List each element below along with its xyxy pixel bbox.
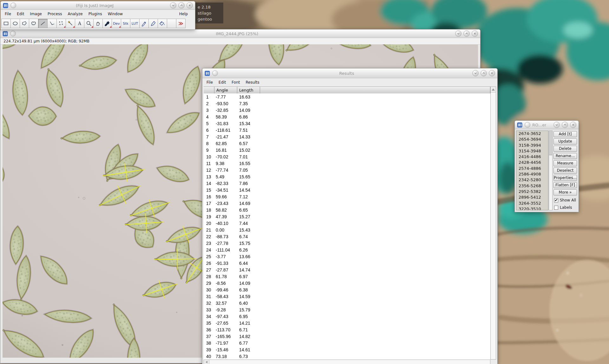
results-row-16[interactable]: 1659.667.12: [204, 193, 490, 200]
point-tool[interactable]: [56, 19, 66, 28]
menu-plugins[interactable]: Plugins: [86, 11, 105, 17]
results-horizontal-scrollbar[interactable]: [204, 360, 490, 364]
roi-titlebar[interactable]: RO...er: [515, 121, 579, 129]
results-row-10[interactable]: 10-70.027.01: [204, 153, 490, 160]
roi-list-item-13[interactable]: 3264-3552: [516, 201, 548, 206]
roi-list-item-11[interactable]: 2952-5382: [516, 189, 548, 195]
scrollbar-thumb[interactable]: [549, 131, 552, 155]
results-row-29[interactable]: 29-8.5614.09: [204, 280, 490, 286]
empty-tool-slot[interactable]: [167, 19, 176, 28]
close-button[interactable]: [187, 2, 193, 9]
results-row-4[interactable]: 458.396.86: [204, 113, 490, 120]
rectangle-tool[interactable]: [1, 19, 11, 28]
checkbox-box[interactable]: [554, 206, 558, 210]
fill-tool[interactable]: [158, 19, 167, 28]
dropper-tool[interactable]: [102, 19, 112, 28]
maximize-button[interactable]: [481, 70, 487, 76]
close-button[interactable]: [570, 122, 576, 128]
properties-button[interactable]: Properties...: [553, 175, 577, 181]
results-row-14[interactable]: 14-82.337.86: [204, 180, 490, 187]
shade-button[interactable]: [170, 2, 176, 9]
results-row-15[interactable]: 15-34.5114.54: [204, 187, 490, 193]
results-row-2[interactable]: 2-93.507.35: [204, 100, 490, 107]
roi-list-item-10[interactable]: 2356-5268: [516, 183, 548, 189]
roi-list-item-4[interactable]: 3154-3948: [516, 148, 548, 154]
results-row-27[interactable]: 27-27.8714.74: [204, 266, 490, 273]
roi-list-item-14[interactable]: 3220-3510: [516, 206, 548, 210]
results-row-5[interactable]: 5-31.8315.34: [204, 120, 490, 127]
results-titlebar[interactable]: Results: [202, 68, 497, 78]
brush-tool[interactable]: [148, 19, 158, 28]
delete-button[interactable]: Delete: [553, 146, 577, 152]
labels-checkbox[interactable]: Labels: [554, 205, 572, 210]
results-row-3[interactable]: 3-32.8514.09: [204, 107, 490, 113]
maximize-button[interactable]: [562, 122, 568, 128]
zoom-tool[interactable]: [84, 19, 94, 28]
results-row-32[interactable]: 3232.576.40: [204, 300, 490, 306]
stack-tool[interactable]: Stk: [121, 19, 130, 28]
results-row-22[interactable]: 22-88.736.74: [204, 233, 490, 240]
angle-column-header[interactable]: Angle: [214, 87, 237, 94]
results-row-11[interactable]: 119.3816.55: [204, 160, 490, 167]
results-row-6[interactable]: 6-118.617.51: [204, 127, 490, 133]
results-row-39[interactable]: 39-15.4614.61: [204, 346, 490, 353]
roi-list-scrollbar[interactable]: [549, 131, 553, 210]
more-button[interactable]: More »: [553, 189, 577, 195]
measure-button[interactable]: Measure: [553, 160, 577, 166]
results-row-37[interactable]: 37-165.9614.82: [204, 333, 490, 340]
roi-list-item-1[interactable]: 2674-3652: [516, 131, 548, 137]
results-row-34[interactable]: 34-97.436.95: [204, 313, 490, 320]
results-menu-font[interactable]: Font: [229, 79, 243, 86]
window-menu-button[interactable]: [212, 70, 218, 76]
menu-process[interactable]: Process: [45, 11, 65, 17]
hand-tool[interactable]: [93, 19, 103, 28]
line-tool[interactable]: [38, 19, 48, 28]
window-menu-button[interactable]: [10, 3, 16, 8]
maximize-button[interactable]: [463, 30, 470, 37]
scroll-up-arrow[interactable]: [491, 87, 496, 93]
results-row-28[interactable]: 2861.786.97: [204, 273, 490, 280]
fiji-titlebar[interactable]: (Fiji Is Just) ImageJ: [1, 1, 195, 10]
results-row-13[interactable]: 135.4915.65: [204, 173, 490, 180]
deselect-button[interactable]: Deselect: [553, 168, 577, 174]
results-row-33[interactable]: 33-9.2815.79: [204, 306, 490, 313]
scroll-left-arrow[interactable]: [204, 360, 209, 364]
results-row-9[interactable]: 916.8115.02: [204, 147, 490, 153]
results-row-31[interactable]: 31-58.4314.59: [204, 293, 490, 300]
menu-edit[interactable]: Edit: [14, 11, 27, 17]
maximize-button[interactable]: [178, 2, 185, 9]
angle-tool[interactable]: [47, 19, 57, 28]
polygon-tool[interactable]: [20, 19, 29, 28]
roi-list-item-2[interactable]: 2654-3694: [516, 137, 548, 142]
shade-button[interactable]: [553, 122, 560, 128]
results-row-26[interactable]: 26-91.336.44: [204, 260, 490, 266]
results-row-18[interactable]: 1858.826.65: [204, 207, 490, 213]
results-row-23[interactable]: 23-27.7815.75: [204, 240, 490, 246]
results-row-17[interactable]: 17-23.4314.69: [204, 200, 490, 207]
roi-list-item-6[interactable]: 2428-4456: [516, 160, 548, 165]
results-menu-results[interactable]: Results: [243, 79, 262, 86]
results-vertical-scrollbar[interactable]: [490, 86, 496, 360]
roi-list-item-5[interactable]: 2416-4486: [516, 154, 548, 160]
wand-tool[interactable]: [66, 19, 75, 28]
lut-tool[interactable]: LUT: [130, 19, 140, 28]
roi-list-item-3[interactable]: 3158-3994: [516, 143, 548, 148]
shade-button[interactable]: [455, 30, 462, 37]
show-all-checkbox[interactable]: ✔Show All: [554, 198, 576, 202]
results-row-38[interactable]: 38-71.976.77: [204, 340, 490, 346]
window-menu-button[interactable]: [10, 31, 16, 36]
results-row-19[interactable]: 1947.3915.27: [204, 213, 490, 220]
update-button[interactable]: Update: [553, 138, 577, 144]
results-row-40[interactable]: 4073.186.73: [204, 353, 490, 360]
roi-list-item-12[interactable]: 2896-5412: [516, 195, 548, 200]
roi-list-item-9[interactable]: 2342-5280: [516, 177, 548, 183]
length-column-header[interactable]: Length: [237, 87, 260, 94]
image-window-titlebar[interactable]: IMG_2444.JPG (25%): [0, 29, 480, 38]
flatten-f-button[interactable]: Flatten [F]: [553, 182, 577, 188]
freehand-tool[interactable]: [29, 19, 38, 28]
results-menu-edit[interactable]: Edit: [216, 79, 229, 86]
rename-button[interactable]: Rename...: [553, 153, 577, 159]
menu-analyze[interactable]: Analyze: [65, 11, 85, 17]
results-table-body[interactable]: 1-7.7716.632-93.507.353-32.8514.09458.39…: [204, 93, 490, 360]
results-row-36[interactable]: 36-113.706.71: [204, 326, 490, 333]
